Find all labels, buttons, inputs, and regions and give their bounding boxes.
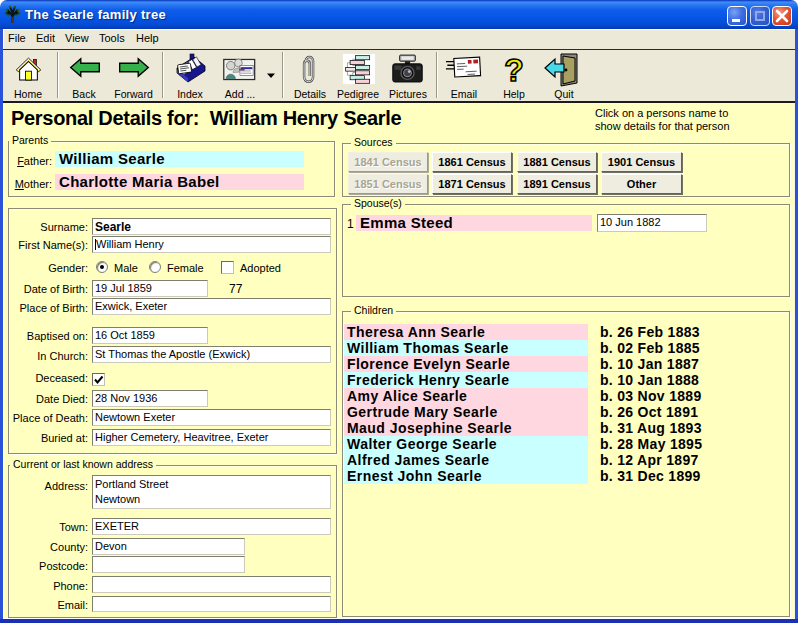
svg-text:?: ?: [504, 53, 524, 87]
